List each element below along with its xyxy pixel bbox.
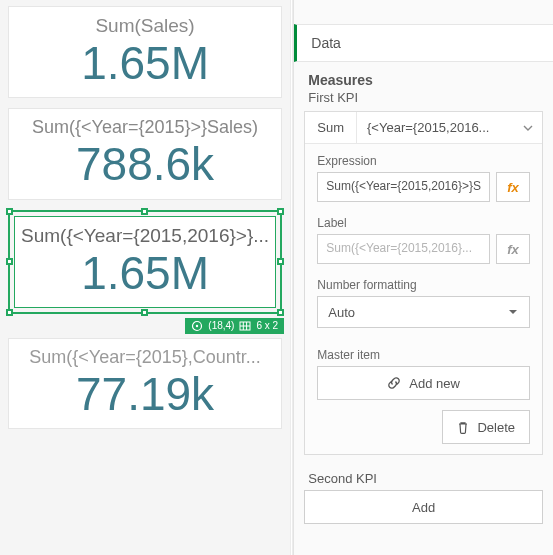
trash-icon [457, 421, 469, 434]
label-expression-button[interactable]: fx [496, 234, 530, 264]
kpi-card[interactable]: Sum({<Year={2015},Countr... 77.19k [8, 338, 282, 429]
resize-handle[interactable] [277, 309, 284, 316]
master-item-label: Master item [305, 334, 542, 366]
properties-panel: Data Measures First KPI Sum {<Year={2015… [293, 0, 553, 555]
expression-label: Expression [305, 144, 542, 172]
number-formatting-label: Number formatting [305, 268, 542, 296]
kpi-value: 77.19k [76, 370, 214, 418]
add-new-master-item-button[interactable]: Add new [317, 366, 530, 400]
number-formatting-select[interactable]: Auto [317, 296, 530, 328]
chevron-down-icon[interactable] [514, 123, 542, 133]
kpi-card[interactable]: Sum({<Year={2015}>}Sales) 788.6k [8, 108, 282, 199]
aggregation-chip[interactable]: Sum [305, 112, 357, 143]
kpi-value: 788.6k [76, 140, 214, 188]
resize-handle[interactable] [141, 309, 148, 316]
delete-button[interactable]: Delete [442, 410, 530, 444]
resize-handle[interactable] [277, 258, 284, 265]
kpi-value: 1.65M [81, 39, 209, 87]
measures-heading: Measures [294, 62, 553, 90]
resize-handle[interactable] [277, 208, 284, 215]
resize-handle[interactable] [6, 309, 13, 316]
kpi-label: Sum(Sales) [95, 15, 194, 37]
resize-handle[interactable] [141, 208, 148, 215]
kpi-label: Sum({<Year={2015,2016}>}... [21, 225, 269, 247]
measure-header-expression: {<Year={2015,2016... [357, 112, 514, 143]
canvas: Sum(Sales) 1.65M Sum({<Year={2015}>}Sale… [0, 0, 290, 555]
kpi-label: Sum({<Year={2015}>}Sales) [32, 117, 258, 138]
first-kpi-label: First KPI [294, 90, 553, 111]
grid-size-icon [239, 320, 251, 332]
kpi-card[interactable]: Sum(Sales) 1.65M [8, 6, 282, 98]
add-second-kpi-button[interactable]: Add [304, 490, 543, 524]
svg-point-1 [196, 325, 198, 327]
expression-input[interactable]: Sum({<Year={2015,2016}>}S [317, 172, 490, 202]
measure-header[interactable]: Sum {<Year={2015,2016... [305, 112, 542, 144]
second-kpi-label: Second KPI [294, 465, 553, 490]
resize-handle[interactable] [6, 208, 13, 215]
label-field-label: Label [305, 206, 542, 234]
target-icon [191, 320, 203, 332]
kpi-value: 1.65M [81, 249, 209, 297]
expression-editor-button[interactable]: fx [496, 172, 530, 202]
label-input[interactable]: Sum({<Year={2015,2016}... [317, 234, 490, 264]
kpi-label: Sum({<Year={2015},Countr... [29, 347, 261, 368]
accordion-data[interactable]: Data [294, 24, 553, 62]
measure-block: Sum {<Year={2015,2016... Expression Sum(… [304, 111, 543, 455]
kpi-card-selected[interactable]: Sum({<Year={2015,2016}>}... 1.65M (18,4)… [8, 210, 282, 314]
resize-handle[interactable] [6, 258, 13, 265]
position-badge: (18,4) 6 x 2 [185, 318, 284, 334]
link-icon [387, 376, 401, 390]
dropdown-caret-icon [507, 306, 519, 318]
